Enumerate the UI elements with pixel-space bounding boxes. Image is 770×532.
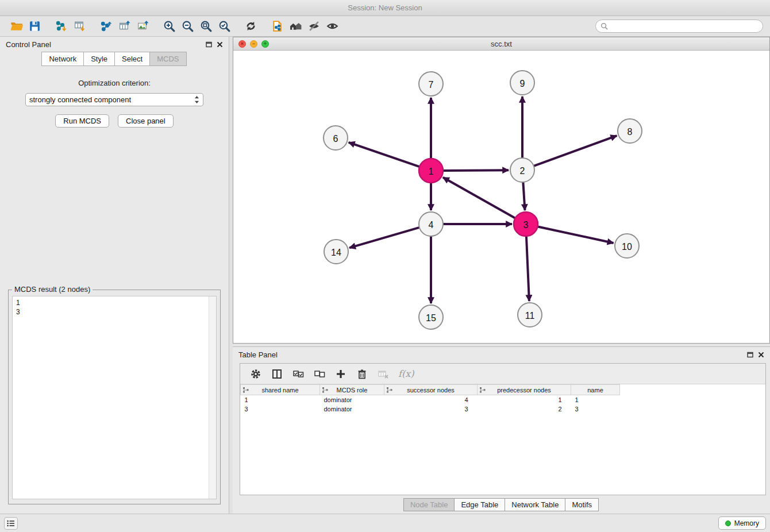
export-table-button[interactable] — [115, 18, 133, 35]
export-image-button[interactable] — [133, 18, 152, 35]
import-table-icon — [73, 20, 86, 33]
graph-node-7[interactable]: 7 — [419, 72, 443, 96]
table-tabs: Node Table Edge Table Network Table Moti… — [233, 495, 770, 514]
graph-node-3[interactable]: 3 — [514, 212, 538, 236]
table-row[interactable]: 1 dominator 4 1 1 — [241, 395, 620, 404]
hierarchy-icon — [480, 387, 486, 393]
float-panel-icon[interactable] — [206, 41, 212, 48]
column-label: shared name — [261, 387, 298, 394]
graph-edge-1-2[interactable] — [442, 170, 509, 171]
cell-shared-name[interactable]: 3 — [241, 404, 320, 414]
cell-predecessor-nodes[interactable]: 1 — [478, 395, 571, 404]
open-session-button[interactable] — [7, 18, 25, 35]
task-history-button[interactable] — [4, 517, 18, 530]
graph-node-1[interactable]: 1 — [419, 159, 443, 183]
column-header-mcds-role[interactable]: MCDS role — [320, 385, 384, 395]
graph-node-4[interactable]: 4 — [419, 212, 443, 236]
trash-icon — [356, 368, 368, 380]
tab-node-table[interactable]: Node Table — [403, 498, 455, 511]
zoom-in-button[interactable] — [160, 18, 178, 35]
create-column-button[interactable] — [332, 366, 349, 382]
import-file-button[interactable] — [268, 18, 286, 35]
graph-node-14[interactable]: 14 — [324, 240, 348, 264]
tab-network[interactable]: Network — [41, 52, 84, 66]
cell-successor-nodes[interactable]: 3 — [384, 404, 478, 414]
cell-successor-nodes[interactable]: 4 — [384, 395, 478, 404]
tab-mcds[interactable]: MCDS — [149, 52, 186, 66]
cell-name[interactable]: 3 — [571, 404, 620, 414]
tab-network-table[interactable]: Network Table — [505, 498, 565, 511]
cell-shared-name[interactable]: 1 — [241, 395, 320, 404]
memory-label: Memory — [734, 519, 759, 527]
run-mcds-button[interactable]: Run MCDS — [55, 114, 109, 128]
graph-node-2[interactable]: 2 — [510, 158, 534, 182]
graph-edge-3-10[interactable] — [537, 226, 614, 243]
import-network-button[interactable] — [52, 18, 70, 35]
criterion-dropdown[interactable]: strongly connected component — [25, 93, 203, 106]
window-minimize-icon[interactable]: − — [250, 40, 257, 48]
zoom-out-icon — [181, 20, 194, 33]
network-graph[interactable]: 7968124314101511 — [233, 51, 768, 341]
graph-edge-3-11[interactable] — [526, 235, 529, 301]
memory-button[interactable]: Memory — [718, 516, 766, 530]
graph-node-10[interactable]: 10 — [615, 234, 639, 258]
search-input[interactable] — [611, 22, 758, 30]
svg-text:4: 4 — [429, 220, 434, 230]
hide-details-button[interactable] — [305, 18, 323, 35]
import-network-icon — [55, 20, 68, 33]
float-table-panel-icon[interactable] — [747, 352, 753, 358]
close-panel-button[interactable]: Close panel — [118, 114, 174, 128]
zoom-fit-button[interactable] — [197, 18, 215, 35]
graph-edge-1-6[interactable] — [349, 142, 421, 167]
svg-text:1: 1 — [429, 167, 434, 176]
svg-text:6: 6 — [333, 134, 338, 144]
graph-node-9[interactable]: 9 — [510, 71, 534, 95]
column-header-name[interactable]: name — [571, 385, 620, 395]
select-all-button[interactable] — [290, 366, 307, 382]
cell-name[interactable]: 1 — [571, 395, 620, 404]
window-maximize-icon[interactable]: + — [261, 40, 269, 48]
table-header-row: shared name MCDS role successor nodes — [241, 385, 620, 395]
graph-node-8[interactable]: 8 — [618, 119, 642, 143]
window-close-icon[interactable]: × — [238, 40, 246, 48]
column-header-shared-name[interactable]: shared name — [241, 385, 320, 395]
show-columns-button[interactable] — [268, 366, 286, 382]
network-window-title: scc.txt — [491, 40, 512, 48]
close-panel-icon[interactable] — [217, 41, 223, 48]
graph-node-15[interactable]: 15 — [419, 305, 443, 329]
network-view-window: × − + scc.txt 7968124314101511 — [233, 37, 770, 344]
show-details-button[interactable] — [323, 18, 341, 35]
delete-column-button[interactable] — [353, 366, 371, 382]
network-canvas[interactable]: 7968124314101511 — [233, 51, 769, 343]
export-network-button[interactable] — [97, 18, 115, 35]
column-header-predecessor-nodes[interactable]: predecessor nodes — [478, 385, 571, 395]
tab-style[interactable]: Style — [83, 52, 115, 66]
graph-edge-4-14[interactable] — [349, 227, 421, 248]
cell-mcds-role[interactable]: dominator — [320, 395, 384, 404]
graph-node-11[interactable]: 11 — [518, 303, 542, 327]
graph-node-6[interactable]: 6 — [324, 126, 348, 150]
memory-status-icon — [725, 521, 731, 526]
deselect-all-button[interactable] — [311, 366, 328, 382]
cell-mcds-role[interactable]: dominator — [320, 404, 384, 414]
tab-select[interactable]: Select — [114, 52, 150, 66]
refresh-button[interactable] — [241, 18, 260, 35]
tab-edge-table[interactable]: Edge Table — [454, 498, 505, 511]
table-settings-button[interactable] — [247, 366, 264, 382]
cell-predecessor-nodes[interactable]: 2 — [478, 404, 571, 414]
zoom-out-button[interactable] — [178, 18, 197, 35]
graph-edge-2-3[interactable] — [523, 181, 525, 210]
save-session-button[interactable] — [25, 18, 44, 35]
graph-edge-3-1[interactable] — [443, 178, 517, 219]
home-button[interactable] — [286, 18, 305, 35]
tab-motifs[interactable]: Motifs — [565, 498, 599, 511]
plus-icon — [335, 368, 346, 380]
import-table-button[interactable] — [70, 18, 88, 35]
column-header-successor-nodes[interactable]: successor nodes — [384, 385, 478, 395]
result-scrollbar[interactable] — [209, 296, 216, 499]
close-table-panel-icon[interactable] — [758, 352, 764, 358]
graph-edge-2-8[interactable] — [533, 136, 617, 166]
zoom-selected-button[interactable] — [215, 18, 233, 35]
table-row[interactable]: 3 dominator 3 2 3 — [241, 404, 620, 414]
function-builder-label[interactable]: f(x) — [396, 368, 414, 379]
